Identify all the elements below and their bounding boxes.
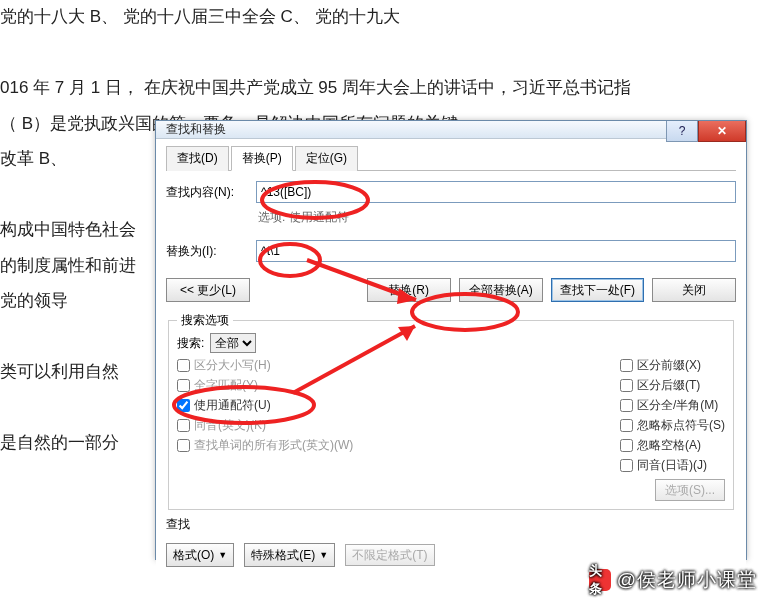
find-next-button[interactable]: 查找下一处(F) [551,278,644,302]
replace-all-button[interactable]: 全部替换(A) [459,278,543,302]
close-button[interactable]: 关闭 [652,278,736,302]
ignore-punct-checkbox[interactable] [620,419,633,432]
match-case-checkbox[interactable] [177,359,190,372]
match-suffix-checkbox[interactable] [620,379,633,392]
watermark: 头条 @侯老师小课堂 [589,567,757,593]
right-options-column: 区分前缀(X) 区分后缀(T) 区分全/半角(M) 忽略标点符号(S) 忽略空格… [620,357,725,501]
find-input[interactable] [256,181,736,203]
find-replace-dialog: 查找和替换 查找(D) 替换(P) 定位(G) 查找内容(N): 选项: 使用通… [155,120,747,560]
search-options-group: 搜索选项 搜索: 全部 区分大小写(H) 全字匹配(Y) 使用通配符(U) 同音… [168,312,734,510]
format-dropdown[interactable]: 格式(O)▼ [166,543,234,567]
find-section-label: 查找 [166,516,736,533]
tab-goto[interactable]: 定位(G) [295,146,358,171]
chevron-down-icon: ▼ [319,550,328,560]
whole-word-checkbox[interactable] [177,379,190,392]
dialog-titlebar[interactable]: 查找和替换 [156,121,746,139]
tab-row: 查找(D) 替换(P) 定位(G) [166,145,736,171]
match-prefix-checkbox[interactable] [620,359,633,372]
replace-button[interactable]: 替换(R) [367,278,451,302]
replace-label: 替换为(I): [166,243,256,260]
all-forms-en-checkbox[interactable] [177,439,190,452]
tab-find[interactable]: 查找(D) [166,146,229,171]
special-format-dropdown[interactable]: 特殊格式(E)▼ [244,543,335,567]
find-label: 查找内容(N): [166,184,256,201]
full-half-width-checkbox[interactable] [620,399,633,412]
search-options-legend: 搜索选项 [177,312,233,329]
search-scope-select[interactable]: 全部 [210,333,256,353]
find-options-line: 选项: 使用通配符 [258,209,736,226]
options-s-button[interactable]: 选项(S)... [655,479,725,501]
watermark-text: @侯老师小课堂 [617,567,757,593]
replace-input[interactable] [256,240,736,262]
chevron-down-icon: ▼ [218,550,227,560]
tab-replace[interactable]: 替换(P) [231,146,293,171]
ignore-space-checkbox[interactable] [620,439,633,452]
dialog-title: 查找和替换 [166,121,226,138]
left-options-column: 区分大小写(H) 全字匹配(Y) 使用通配符(U) 同音(英文)(K) 查找单词… [177,357,353,501]
less-button[interactable]: << 更少(L) [166,278,250,302]
no-format-button[interactable]: 不限定格式(T) [345,544,434,566]
close-window-button[interactable] [698,121,746,142]
sounds-like-jp-checkbox[interactable] [620,459,633,472]
toutiao-logo-icon: 头条 [589,569,611,591]
help-button[interactable] [666,121,698,142]
search-scope-label: 搜索: [177,335,204,352]
sounds-like-en-checkbox[interactable] [177,419,190,432]
use-wildcards-checkbox[interactable] [177,399,190,412]
